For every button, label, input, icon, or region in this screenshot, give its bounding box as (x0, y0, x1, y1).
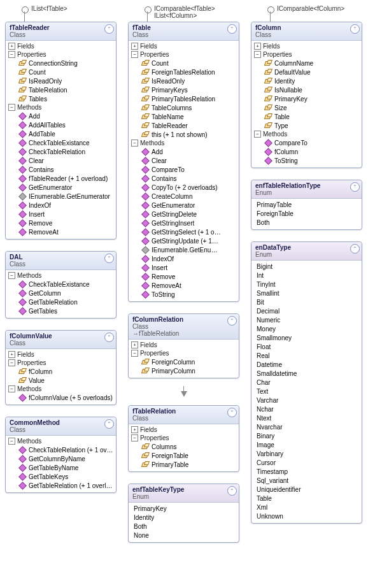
class-DAL[interactable]: DALClass⌃ −Methods CheckTableExistanceGe… (5, 251, 117, 319)
member-row[interactable]: fColumnValue (+ 5 overloads) (6, 393, 116, 402)
member-row[interactable]: GetStringDelete (129, 210, 239, 219)
member-row[interactable]: Clear (129, 156, 239, 165)
member-row[interactable]: GetTableRelation (6, 298, 116, 306)
section-methods[interactable]: −Methods (6, 271, 116, 280)
member-row[interactable]: Varbinary (251, 449, 362, 458)
member-row[interactable]: PrimaryTablesRelation (129, 94, 239, 103)
member-row[interactable]: TableColumns (129, 103, 239, 112)
member-row[interactable]: GetTableRelation (+ 1 overload) (6, 481, 116, 490)
member-row[interactable]: IsReadOnly (129, 76, 239, 85)
class-fTableRelation[interactable]: fTableRelationClass⌃ +Fields −Properties… (128, 405, 239, 472)
collapse-icon[interactable]: ⌃ (350, 244, 360, 254)
member-row[interactable]: Text (251, 387, 362, 396)
member-row[interactable]: PrimaryKey (251, 94, 362, 103)
member-row[interactable]: Insert (129, 263, 239, 272)
member-row[interactable]: Smallmoney (251, 333, 362, 342)
class-header[interactable]: fTableReader Class ⌃ (6, 22, 116, 41)
member-row[interactable]: Smalldatetime (251, 369, 362, 378)
member-row[interactable]: IndexOf (6, 201, 116, 210)
member-row[interactable]: Binary (251, 431, 362, 440)
member-row[interactable]: Remove (129, 272, 239, 281)
member-row[interactable]: Xml (251, 503, 362, 512)
member-row[interactable]: Nvarchar (251, 422, 362, 431)
member-row[interactable]: Size (251, 103, 362, 112)
member-row[interactable]: GetEnumerator (129, 201, 239, 210)
member-row[interactable]: IsReadOnly (6, 76, 116, 85)
enum-enDataType[interactable]: enDataTypeEnum⌃ BigintIntTinyIntSmallint… (251, 241, 362, 524)
member-row[interactable]: RemoveAt (6, 227, 116, 236)
member-row[interactable]: GetTables (6, 306, 116, 315)
member-row[interactable]: CreateColumn (129, 192, 239, 201)
member-row[interactable]: fColumn (6, 367, 116, 376)
collapse-box-icon[interactable]: − (8, 51, 15, 58)
member-row[interactable]: Contains (6, 165, 116, 174)
class-fColumn[interactable]: fColumnClass⌃ +Fields −Properties Column… (251, 22, 362, 168)
member-row[interactable]: GetTableKeys (6, 472, 116, 481)
class-fTableReader[interactable]: fTableReader Class ⌃ +Fields −Properties… (5, 22, 117, 240)
collapse-icon[interactable]: ⌃ (227, 24, 237, 34)
member-row[interactable]: Table (251, 494, 362, 503)
member-row[interactable]: CompareTo (129, 165, 239, 174)
class-fColumnRelation[interactable]: fColumnRelationClass→fTableRelation⌃ +Fi… (128, 313, 239, 378)
member-row[interactable]: AddTable (6, 129, 116, 138)
member-row[interactable]: Smallint (251, 289, 362, 298)
member-row[interactable]: Insert (6, 210, 116, 219)
member-row[interactable]: Columns (129, 442, 239, 451)
collapse-icon[interactable]: ⌃ (350, 24, 360, 34)
member-row[interactable]: Varchar (251, 396, 362, 405)
enum-enfTableRelationType[interactable]: enfTableRelationTypeEnum⌃ PrimayTableFor… (251, 180, 362, 230)
member-row[interactable]: None (129, 531, 239, 540)
member-row[interactable]: CheckTableExistance (6, 138, 116, 147)
member-row[interactable]: Count (6, 68, 116, 76)
member-row[interactable]: CopyTo (+ 2 overloads) (129, 183, 239, 192)
member-row[interactable]: Clear (6, 156, 116, 165)
member-row[interactable]: CheckTableRelation (+ 1 overload) (6, 445, 116, 454)
member-row[interactable]: ColumnName (251, 59, 362, 68)
section-fields[interactable]: +Fields (6, 42, 116, 50)
member-row[interactable]: Table (251, 112, 362, 121)
member-row[interactable]: ForeignColumn (129, 357, 239, 366)
member-row[interactable]: Numeric (251, 315, 362, 324)
collapse-icon[interactable]: ⌃ (104, 333, 114, 342)
member-row[interactable]: IsNullable (251, 85, 362, 94)
member-row[interactable]: Image (251, 440, 362, 449)
collapse-icon[interactable]: ⌃ (227, 486, 237, 496)
member-row[interactable]: Unknown (251, 512, 362, 520)
member-row[interactable]: Contains (129, 174, 239, 183)
member-row[interactable]: Real (251, 351, 362, 360)
member-row[interactable]: TableReader (129, 121, 239, 130)
member-row[interactable]: GetColumnByName (6, 454, 116, 463)
member-row[interactable]: Sql_variant (251, 476, 362, 485)
member-row[interactable]: Uniqueidentifier (251, 485, 362, 494)
member-row[interactable]: Remove (6, 219, 116, 227)
member-row[interactable]: Cursor (251, 458, 362, 467)
member-row[interactable]: Value (6, 376, 116, 385)
member-row[interactable]: Both (129, 522, 239, 531)
member-row[interactable]: GetColumn (6, 289, 116, 298)
member-row[interactable]: IndexOf (129, 254, 239, 263)
member-row[interactable]: fTableReader (+ 1 overload) (6, 174, 116, 183)
member-row[interactable]: GetTableByName (6, 463, 116, 472)
member-row[interactable]: Identity (251, 76, 362, 85)
collapse-icon[interactable]: ⌃ (104, 24, 114, 34)
class-CommonMethod[interactable]: CommonMethodClass⌃ −Methods CheckTableRe… (5, 417, 117, 493)
member-row[interactable]: Decimal (251, 306, 362, 315)
section-properties[interactable]: −Properties (6, 50, 116, 59)
member-row[interactable]: Both (251, 218, 362, 227)
member-row[interactable]: TableName (129, 112, 239, 121)
member-row[interactable]: CompareTo (251, 138, 362, 147)
member-row[interactable]: ToString (251, 156, 362, 165)
member-row[interactable]: Type (251, 121, 362, 130)
member-row[interactable]: PrimayTable (251, 200, 362, 209)
class-fTable[interactable]: fTableClass⌃ +Fields −Properties CountFo… (128, 22, 239, 302)
member-row[interactable]: this (+ 1 not shown) (129, 130, 239, 139)
member-row[interactable]: Identity (129, 513, 239, 522)
member-row[interactable]: PrimaryColumn (129, 366, 239, 375)
member-row[interactable]: Count (129, 59, 239, 68)
member-row[interactable]: ForeignTable (251, 209, 362, 218)
member-row[interactable]: Bigint (251, 262, 362, 271)
section-methods[interactable]: −Methods (6, 103, 116, 111)
class-fColumnValue[interactable]: fColumnValueClass⌃ +Fields −Properties f… (5, 330, 117, 405)
member-row[interactable]: IEnumerable.GetEnumerator (6, 192, 116, 201)
member-row[interactable]: Tables (6, 94, 116, 103)
